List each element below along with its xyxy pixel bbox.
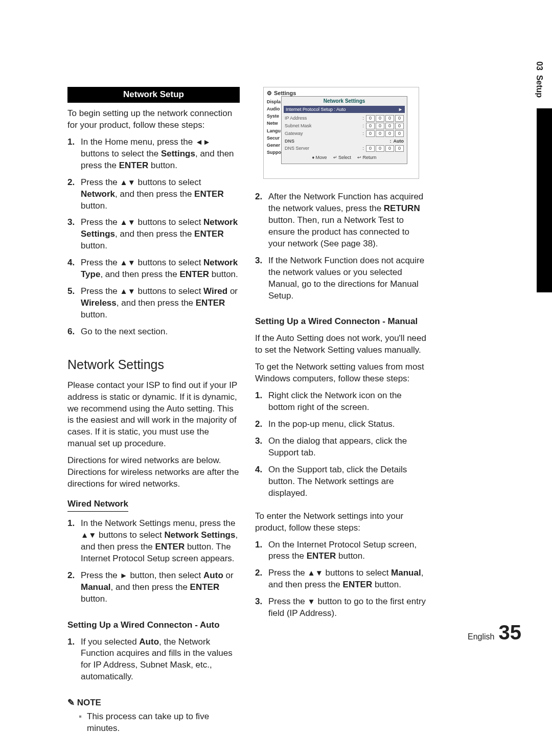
note-heading: NOTE	[67, 697, 240, 709]
footer-lang: English	[468, 631, 494, 643]
continued-steps: 2.After the Network Function has acquire…	[255, 191, 427, 307]
side-chapter-label: 03 Setup	[534, 61, 545, 98]
intro-text: To begin setting up the network connecti…	[67, 108, 240, 131]
right-column: ⚙Settings DisplaAudioSysteNetwLanguSecur…	[255, 87, 427, 735]
page-content: Network Setup To begin setting up the ne…	[67, 87, 428, 735]
manual-p3: To enter the Network settings into your …	[255, 511, 427, 534]
enter-steps: 1.On the Internet Protocol Setup screen,…	[255, 539, 427, 625]
windows-steps: 1.Right click the Network icon on the bo…	[255, 390, 427, 505]
network-settings-heading: Network Settings	[67, 356, 240, 374]
settings-panel-illustration: ⚙Settings DisplaAudioSysteNetwLanguSecur…	[263, 87, 419, 179]
gear-icon: ⚙	[267, 89, 272, 97]
chevron-right-icon: ►	[398, 106, 403, 112]
side-tab	[537, 108, 552, 292]
panel-side-menu: DisplaAudioSysteNetwLanguSecurGenerSuppo	[267, 99, 282, 155]
note-bullet: This process can take up to five minutes…	[79, 711, 240, 735]
network-settings-popup: Network Settings Internet Protocol Setup…	[281, 96, 407, 164]
auto-steps: 1.If you selected Auto, the Network Func…	[67, 636, 240, 689]
manual-p2: To get the Network setting values from m…	[255, 361, 427, 385]
wired-steps: 1.In the Network Settings menu, press th…	[67, 518, 240, 610]
manual-heading: Setting Up a Wired Connecton - Manual	[255, 316, 427, 328]
ip-setup-selector: Internet Protocol Setup : Auto►	[284, 106, 405, 113]
page-footer: English 35	[468, 618, 521, 646]
ns-para2: Directions for wired networks are below.…	[67, 455, 240, 490]
auto-heading: Setting Up a Wired Connecton - Auto	[67, 620, 240, 631]
section-banner: Network Setup	[67, 87, 240, 103]
left-column: Network Setup To begin setting up the ne…	[67, 87, 240, 735]
footer-page-number: 35	[499, 618, 522, 646]
manual-p1: If the Auto Setting does not work, you'l…	[255, 333, 427, 356]
wired-network-heading: Wired Network	[67, 498, 128, 512]
setup-steps: 1.In the Home menu, press the ◄► buttons…	[67, 136, 240, 343]
ns-para1: Please contact your ISP to find out if y…	[67, 380, 240, 450]
